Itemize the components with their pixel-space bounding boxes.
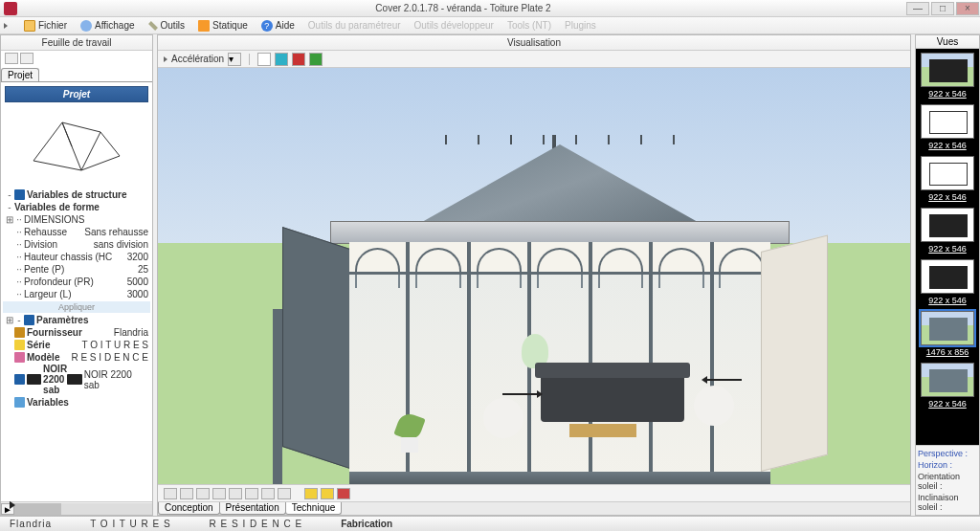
dim-hc-label[interactable]: Hauteur chassis (HC xyxy=(24,252,127,262)
dimension-arrow-icon xyxy=(502,393,541,395)
status-serie: T O I T U R E S xyxy=(90,519,170,529)
view-tool-r[interactable] xyxy=(337,488,350,499)
dim-rehausse-value[interactable]: Sans rehausse xyxy=(84,227,148,237)
help-icon: ? xyxy=(261,20,273,32)
param-serie-value[interactable]: T O I T U R E S xyxy=(82,340,148,350)
color1-label[interactable]: NOIR 2200 sab xyxy=(43,364,67,395)
menu-fichier[interactable]: Fichier xyxy=(21,19,70,33)
status-modele: R E S I D E N C E xyxy=(210,519,303,529)
swatch-group-icon xyxy=(14,374,25,385)
param-modele-value[interactable]: R E S I D E N C E xyxy=(71,352,148,363)
titlebar: Cover 2.0.1.78 - véranda - Toiture Plate… xyxy=(0,0,980,17)
structure-icon xyxy=(14,189,25,200)
variables-icon xyxy=(14,397,25,408)
maximize-button[interactable]: □ xyxy=(931,2,954,15)
statusbar: Flandria T O I T U R E S R E S I D E N C… xyxy=(0,516,980,531)
viewport-panel: Visualisation Accélération ▾ xyxy=(157,34,911,516)
tree-variables[interactable]: Variables xyxy=(27,397,148,408)
dim-hc-value[interactable]: 3200 xyxy=(127,252,148,262)
dim-rehausse-label[interactable]: Rehausse xyxy=(24,227,84,237)
tool-cyan-icon[interactable] xyxy=(275,53,288,66)
tree-dimensions[interactable]: DIMENSIONS xyxy=(24,214,148,225)
tab-technique[interactable]: Technique xyxy=(285,502,343,515)
tree-vars-structure[interactable]: Variables de structure xyxy=(27,189,148,200)
dim-pr-label[interactable]: Profondeur (PR) xyxy=(24,277,127,287)
param-fournisseur-label[interactable]: Fournisseur xyxy=(27,327,114,338)
view-tool-8[interactable] xyxy=(278,488,291,499)
3d-scene[interactable] xyxy=(158,68,910,484)
menu-expand-icon[interactable] xyxy=(4,23,8,29)
dim-pr-value[interactable]: 5000 xyxy=(127,277,148,287)
view-tool-6[interactable] xyxy=(245,488,258,499)
eye-icon xyxy=(80,20,92,32)
minimize-button[interactable]: — xyxy=(906,2,929,15)
view-tool-5[interactable] xyxy=(229,488,242,499)
accel-label: Accélération xyxy=(171,54,224,64)
projet-wireframe xyxy=(5,108,148,185)
color-swatch-1[interactable] xyxy=(27,374,42,385)
folder-icon xyxy=(24,20,35,32)
nav-back-icon[interactable] xyxy=(5,53,18,64)
view-tool-y1[interactable] xyxy=(304,488,318,499)
thumb-7[interactable]: 922 x 546 xyxy=(919,363,976,409)
dim-largeur-label[interactable]: Largeur (L) xyxy=(24,289,127,299)
thumb-2[interactable]: 922 x 546 xyxy=(919,104,976,150)
prop-horizon[interactable]: Horizon : xyxy=(918,459,977,471)
filter-icon[interactable] xyxy=(257,53,271,66)
tool-red-icon[interactable] xyxy=(292,53,305,66)
view-tool-3[interactable] xyxy=(196,488,210,499)
thumb-4[interactable]: 922 x 546 xyxy=(919,208,976,254)
view-tool-7[interactable] xyxy=(261,488,275,499)
dim-pente-value[interactable]: 25 xyxy=(138,264,148,275)
param-serie-label[interactable]: Série xyxy=(27,340,82,350)
dim-division-label[interactable]: Division xyxy=(24,239,94,250)
thumb-3[interactable]: 922 x 546 xyxy=(919,156,976,202)
nav-fwd-icon[interactable] xyxy=(20,53,33,64)
viewport-bottom-toolbar xyxy=(158,484,910,501)
tab-conception[interactable]: Conception xyxy=(158,502,220,515)
menu-affichage[interactable]: Affichage xyxy=(78,19,138,33)
statique-icon xyxy=(198,20,210,32)
view-tool-1[interactable] xyxy=(164,488,177,499)
menu-aide[interactable]: ?Aide xyxy=(258,19,298,33)
tool-green-icon[interactable] xyxy=(309,53,323,66)
view-tool-4[interactable] xyxy=(212,488,226,499)
svg-line-2 xyxy=(62,122,72,146)
dim-division-value[interactable]: sans division xyxy=(94,239,148,250)
dim-pente-label[interactable]: Pente (P) xyxy=(24,264,138,275)
tree-parametres[interactable]: Paramètres xyxy=(36,315,148,325)
color2-label[interactable]: NOIR 2200 sab xyxy=(84,369,148,390)
thumb-6[interactable]: 1476 x 856 xyxy=(919,311,976,357)
thumb-1[interactable]: 922 x 546 xyxy=(919,53,976,99)
toolbar-expand-icon[interactable] xyxy=(164,56,167,62)
wrench-icon xyxy=(148,21,158,31)
menu-statique[interactable]: Statique xyxy=(195,19,251,33)
color-swatch-2[interactable] xyxy=(67,374,82,385)
view-tool-y2[interactable] xyxy=(321,488,334,499)
viewport-title: Visualisation xyxy=(158,35,910,51)
menu-outils[interactable]: Outils xyxy=(145,19,189,32)
model-icon xyxy=(14,352,25,363)
tab-projet[interactable]: Projet xyxy=(1,68,39,81)
thumb-5[interactable]: 922 x 546 xyxy=(919,259,976,305)
view-tool-2[interactable] xyxy=(180,488,193,499)
scroll-track[interactable] xyxy=(1,503,152,515)
menu-outils-param: Outils du paramétreur xyxy=(305,19,404,32)
projet-header: Projet xyxy=(5,86,148,102)
param-modele-label[interactable]: Modèle xyxy=(27,352,71,363)
scroll-right-icon[interactable]: ► xyxy=(1,503,14,515)
accel-dropdown[interactable]: ▾ xyxy=(228,53,241,66)
apply-button[interactable]: Appliquer xyxy=(3,301,150,313)
status-fournisseur: Flandria xyxy=(10,519,52,529)
left-scrollbar[interactable]: ◄ ► xyxy=(1,501,152,515)
close-button[interactable]: × xyxy=(956,2,979,15)
tab-presentation[interactable]: Présentation xyxy=(219,502,286,515)
param-fournisseur-value[interactable]: Flandria xyxy=(114,327,148,338)
tree-vars-forme[interactable]: Variables de forme xyxy=(14,202,148,212)
dim-largeur-value[interactable]: 3000 xyxy=(127,289,148,299)
right-panel-title: Vues xyxy=(916,35,979,49)
prop-perspective[interactable]: Perspective : xyxy=(918,448,977,459)
left-panel: Feuille de travail Projet Projet -Variab… xyxy=(0,34,153,516)
prop-orientation[interactable]: Orientation soleil : xyxy=(918,471,977,492)
prop-inclinaison[interactable]: Inclinaison soleil : xyxy=(918,492,977,513)
